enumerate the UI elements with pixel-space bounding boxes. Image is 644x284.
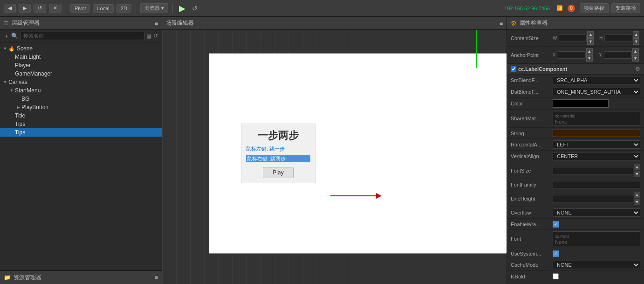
color-value [553,99,640,108]
line-height-input[interactable]: 40 [553,195,633,202]
cache-mode-row: CacheMode NONE [507,259,644,271]
label-component-checkbox[interactable] [511,66,516,72]
refresh-button[interactable]: ↺ [34,4,46,13]
label-component-section[interactable]: cc.LabelComponent ⚙ [507,63,644,75]
refresh-icon[interactable]: ↺ [153,33,158,39]
red-arrow [330,195,377,196]
shared-mat-none: None [555,119,638,125]
anchor-x-down[interactable]: ▼ [586,55,593,62]
anchor-y-down[interactable]: ▼ [632,55,639,62]
add-node-icon[interactable]: ＋ [4,32,9,40]
tree-item-scene[interactable]: ▼ 🔥 Scene [0,44,162,53]
scene-editor-menu[interactable]: ≡ [500,20,503,27]
content-h-down[interactable]: ▼ [633,38,639,45]
play-button[interactable]: ▶ [177,3,187,14]
browser-button[interactable]: 浏览器 ▾ [140,3,168,13]
is-bold-label: IsBold [511,274,553,279]
string-row: String 鼠标右键: 跳两步 [507,128,644,139]
2d-button[interactable]: 2D [116,4,131,13]
line-height-up[interactable]: ▲ [634,192,640,198]
tree-item-bg[interactable]: BG [0,95,162,103]
anchor-y-up[interactable]: ▲ [632,48,639,55]
asset-manager-menu[interactable]: ≡ [155,274,158,281]
tree-item-play-button[interactable]: ▶ PlayButton [0,103,162,111]
font-type-label: cc.Font [555,234,569,239]
cache-mode-select[interactable]: NONE [553,261,640,269]
tree-item-player[interactable]: Player [0,61,162,69]
use-system-label: UseSystem... [511,251,553,256]
asset-manager-bar: 📁 资源管理器 ≡ [0,270,162,284]
label-component-gear[interactable]: ⚙ [635,66,640,72]
font-family-label: FontFamily [511,182,553,187]
content-w-up[interactable]: ▲ [587,31,594,38]
overflow-label: Overflow [511,210,553,215]
dst-blend-select[interactable]: ONE_MINUS_SRC_ALPHA [553,88,640,96]
color-swatch[interactable] [553,99,609,108]
scene-canvas[interactable]: 一步两步 鼠标左键: 跳一步 鼠标右键: 跳两步 Play [162,30,507,284]
line-height-input-group: 40 ▲ ▼ [553,192,640,205]
src-blend-select[interactable]: SRC_ALPHA [553,76,640,84]
local-label: Local [97,6,109,11]
tree-item-game-manager[interactable]: GameManager [0,69,162,78]
content-h-up[interactable]: ▲ [633,31,639,38]
reload-button[interactable]: ↺ [190,5,199,12]
line-height-steppers: ▲ ▼ [634,192,640,205]
string-input[interactable]: 鼠标右键: 跳两步 [553,130,640,137]
content-w-input[interactable]: 160 [559,35,587,42]
src-blend-row: SrcBlendF... SRC_ALPHA [507,75,644,86]
hierarchy-search-input[interactable] [20,32,144,40]
project-path-button[interactable]: 项目路径 [580,3,609,13]
use-system-checkbox[interactable]: ✓ [553,250,559,257]
overflow-select[interactable]: NONE [553,208,640,217]
cache-mode-value: NONE [553,261,640,269]
anchor-x-input[interactable]: 0.5 [558,51,586,59]
enable-wrap-checkbox[interactable]: ✓ [553,221,559,228]
tree-arrow-start-menu: ▼ [8,88,15,93]
anchor-point-label: AnchorPoint [511,52,553,58]
is-bold-row: IsBold [507,271,644,282]
line-height-row: LineHeight 40 ▲ ▼ [507,190,644,207]
font-family-input[interactable]: Arial [553,181,640,188]
hierarchy-header-left: ☰ 层级管理器 [4,19,40,27]
anchor-x-up[interactable]: ▲ [586,48,593,55]
dst-blend-label: DstBlendF... [511,89,553,95]
wifi-icon: 📶 [556,5,563,11]
stop-button[interactable]: ✕ [49,4,62,13]
v-align-value: CENTER [553,152,640,160]
font-family-value: Arial [553,181,640,188]
title-label: Title [15,112,25,119]
tree-item-canvas[interactable]: ▼ Canvas [0,78,162,86]
tree-item-tips1[interactable]: Tips [0,120,162,128]
tree-item-title[interactable]: Title [0,111,162,120]
play-btn-ui[interactable]: Play [263,167,293,178]
font-size-down[interactable]: ▼ [634,171,640,177]
tree-item-start-menu[interactable]: ▼ StartMenu [0,86,162,95]
font-size-input[interactable]: 20 [553,167,633,174]
local-button[interactable]: Local [93,4,113,13]
content-h-input[interactable]: 40 [604,35,632,42]
install-path-button[interactable]: 安装路径 [611,3,640,13]
shared-mat-row: SharedMat... cc.Material None [507,110,644,128]
filter-icon[interactable]: ▤ [146,33,151,39]
forward-button[interactable]: ▶ [19,4,31,13]
tree-item-main-light[interactable]: Main Light [0,53,162,61]
tip2-text: 鼠标右键: 跳两步 [246,155,310,162]
sep2 [136,4,136,13]
font-size-up[interactable]: ▲ [634,164,640,170]
string-label: String [511,131,553,136]
h-align-select[interactable]: LEFT [553,140,640,149]
hierarchy-tree: ▼ 🔥 Scene Main Light Player GameManager [0,42,162,270]
color-row: Color [507,98,644,110]
content-w-down[interactable]: ▼ [587,38,594,45]
anchor-y-input[interactable]: 0.5 [604,51,632,59]
pivot-button[interactable]: Pivot [70,4,90,13]
v-align-label: VerticalAlign [511,153,553,159]
back-button[interactable]: ◀ [4,4,16,13]
line-height-down[interactable]: ▼ [634,199,640,205]
ip-address: 192.168.52.96:7456 [504,6,550,11]
2d-label: 2D [121,6,127,11]
tree-item-tips2[interactable]: Tips [0,128,162,137]
hierarchy-menu-icon[interactable]: ≡ [155,20,158,27]
is-bold-checkbox[interactable] [553,273,559,279]
v-align-select[interactable]: CENTER [553,152,640,160]
